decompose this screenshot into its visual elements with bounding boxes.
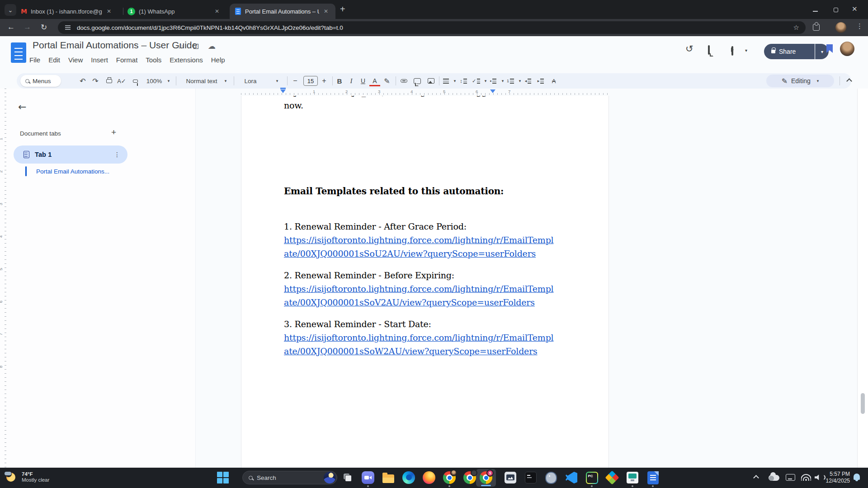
color-diamond-app-icon[interactable] [605,471,619,484]
paragraph[interactable]: now. [284,99,553,112]
redo-icon[interactable]: ↷ [90,73,101,89]
video-call-dropdown-icon[interactable]: ▾ [745,48,747,53]
search-highlight-image[interactable] [324,472,335,483]
move-folder-icon[interactable]: ⊡ [193,42,199,51]
chrome-profile2-icon[interactable] [463,471,476,484]
paragraph-style-select[interactable]: Normal text [182,73,221,89]
close-icon[interactable]: ✕ [215,8,219,14]
bookmark-star-icon[interactable]: ☆ [793,23,799,32]
video-call-icon[interactable] [731,46,733,56]
extensions-icon[interactable] [813,24,820,31]
teams-chat-icon[interactable] [361,471,375,484]
list-item-3[interactable]: 3. Renewal Reminder - Start Date: https:… [284,317,553,358]
menu-extensions[interactable]: Extensions [165,54,207,66]
hide-menus-icon[interactable] [843,73,855,89]
email-template-link[interactable]: ate/00XJQ000001sSoU2AU/view?queryScope=u… [284,247,553,260]
taskbar-clock[interactable]: 5:57 PM 12/4/2025 [817,471,850,484]
document-text[interactable]: object named hijri_test, selecting that … [284,89,553,358]
menu-edit[interactable]: Edit [44,54,64,66]
font-select[interactable]: Lora [240,73,261,89]
edge-icon[interactable] [402,471,415,484]
style-dropdown-icon[interactable]: ▾ [223,73,228,89]
browser-tab-whatsapp[interactable]: 1 (1) WhatsApp ✕ [127,4,227,19]
editing-mode-button[interactable]: ✎ Editing ▾ [766,75,834,87]
menu-file[interactable]: File [25,54,44,66]
print-icon[interactable] [103,73,115,89]
item-label[interactable]: 1. Renewal Reminder - After Grace Period… [284,220,553,233]
document-tab-item-selected[interactable]: Tab 1 ⋮ [14,145,127,164]
font-size-input[interactable]: 15 [303,76,318,86]
taskbar-search-box[interactable]: Search [242,471,337,484]
window-close-button[interactable]: ✕ [852,5,858,13]
account-avatar[interactable] [840,42,854,56]
vscode-icon[interactable] [565,471,578,484]
file-explorer-icon[interactable] [382,471,395,484]
font-dropdown-icon[interactable]: ▾ [274,73,280,89]
firefox-icon[interactable] [422,471,436,484]
email-template-link[interactable]: https://isijoftoronto.lightning.force.co… [284,331,553,344]
undo-icon[interactable]: ↶ [77,73,89,89]
reload-icon[interactable]: ↻ [41,23,47,32]
left-indent-marker[interactable] [280,89,286,96]
task-view-button[interactable] [341,471,354,484]
right-indent-marker[interactable] [490,89,495,96]
word-document-app-icon[interactable] [646,471,660,484]
tasks-bookmark-icon[interactable] [826,44,833,53]
back-icon[interactable]: ← [7,23,15,32]
item-label[interactable]: 2. Renewal Reminder - Before Expiring: [284,268,553,282]
terminal-icon[interactable] [524,471,538,484]
menus-search-button[interactable]: Menus [20,75,61,87]
email-template-link[interactable]: ate/00XJQ000001sSoW2AU/view?queryScope=u… [284,344,553,358]
zoom-select[interactable]: 100% [144,73,164,89]
menu-insert[interactable]: Insert [87,54,112,66]
browser-tab-docs-active[interactable]: Portal Email Automations – Use ✕ [230,4,335,19]
onedrive-icon[interactable] [769,475,779,481]
spell-check-icon[interactable]: A✓ [116,73,127,89]
document-page[interactable]: object named hijri_test, selecting that … [241,89,609,468]
pycharm-icon[interactable]: PC [585,471,599,484]
close-icon[interactable]: ✕ [324,8,328,14]
tray-expand-icon[interactable] [753,475,759,481]
start-button[interactable] [217,472,229,483]
zoom-dropdown-icon[interactable]: ▾ [166,73,171,89]
touch-keyboard-icon[interactable] [786,474,795,481]
weather-widget[interactable]: 74°F Mostly clear [4,470,49,484]
new-tab-button[interactable]: + [340,5,345,14]
share-button[interactable]: Share [764,44,815,59]
back-arrow-icon[interactable]: ← [18,101,26,113]
url-input[interactable]: docs.google.com/document/d/1jpc3R6Cmpii0… [58,21,806,34]
document-title[interactable]: Portal Email Automations – User Guide [33,40,197,51]
taskpro-app-icon[interactable] [626,471,639,484]
wifi-icon[interactable] [801,474,811,481]
google-docs-logo[interactable] [11,42,26,63]
close-icon[interactable]: ✕ [107,8,111,14]
browser-profile-avatar[interactable] [835,22,846,33]
outline-heading-item[interactable]: Portal Email Automations... [36,168,109,175]
menu-tools[interactable]: Tools [142,54,165,66]
email-template-link[interactable]: https://isijoftoronto.lightning.force.co… [284,282,553,296]
tab-options-icon[interactable]: ⋮ [114,151,120,158]
section-heading[interactable]: Email Templates related to this automati… [284,184,553,198]
maximize-button[interactable] [834,8,838,12]
menu-help[interactable]: Help [207,54,229,66]
first-line-indent-marker[interactable] [280,88,286,89]
system-monitor-icon[interactable] [504,471,517,484]
email-template-link[interactable]: ate/00XJQ000001sSoV2AU/view?queryScope=u… [284,296,553,309]
scrollbar-thumb[interactable] [861,393,865,414]
menu-view[interactable]: View [64,54,87,66]
site-settings-icon[interactable] [65,25,71,30]
star-icon[interactable]: ☆ [177,42,184,51]
scrollbar-track[interactable]: ‹ [857,89,868,468]
item-label[interactable]: 3. Renewal Reminder - Start Date: [284,317,553,331]
postgresql-icon[interactable] [544,471,558,484]
version-history-icon[interactable]: ↺ [685,43,693,54]
notifications-bell-icon[interactable] [854,474,860,480]
browser-menu-icon[interactable]: ⋮ [856,22,863,30]
browser-tab-gmail[interactable]: M Inbox (1) - ishann.tforce@gmai ✕ [20,4,120,19]
email-template-link[interactable]: https://isijoftoronto.lightning.force.co… [284,233,553,247]
list-item-1[interactable]: 1. Renewal Reminder - After Grace Period… [284,220,553,260]
chrome-profile3-icon-active[interactable]: S [479,471,493,484]
list-item-2[interactable]: 2. Renewal Reminder - Before Expiring: h… [284,268,553,309]
tab-search-button[interactable]: ⌄ [5,4,16,16]
minimize-button[interactable] [813,11,818,12]
